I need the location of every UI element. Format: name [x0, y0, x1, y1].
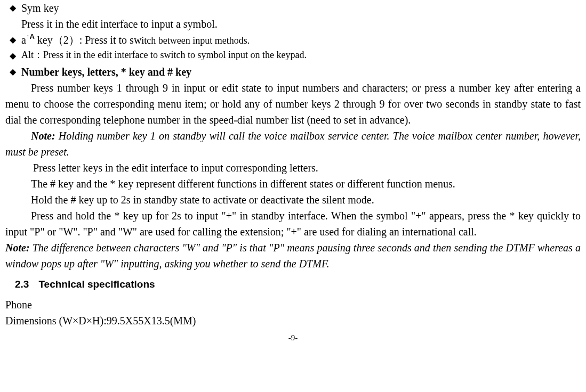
a-key-prefix: a: [21, 34, 26, 46]
bullet-sym-key: ◆ Sym key Press it in the edit interface…: [10, 0, 581, 32]
diamond-bullet-icon: ◆: [10, 0, 16, 16]
note2-label: Note:: [5, 242, 30, 254]
note-2: Note: The difference between characters …: [5, 240, 581, 272]
up-arrow-a-icon: ↑A: [26, 33, 35, 40]
section-title: Technical specifications: [38, 279, 155, 290]
spec-phone: Phone: [5, 297, 581, 313]
note1-text: Holding number key 1 on standby will cal…: [5, 130, 581, 158]
alt-desc: Press it in the edit interface to switch…: [43, 50, 307, 60]
note1-label: Note:: [31, 130, 55, 142]
paragraph-hold-star: Press and hold the * key up for 2s to in…: [5, 208, 581, 240]
number-keys-title: Number keys, letters, * key and # key: [21, 66, 191, 78]
diamond-bullet-icon: ◆: [10, 64, 16, 80]
note-1: Note: Holding number key 1 on standby wi…: [5, 128, 581, 160]
alt-label: Alt：: [21, 50, 43, 60]
paragraph-hold-hash: Hold the # key up to 2s in standby state…: [5, 192, 581, 208]
sym-key-desc: Press it in the edit interface to input …: [21, 16, 581, 32]
paragraph-letterkeys: Press letter keys in the edit interface …: [33, 160, 581, 176]
a-key-suffix: key（2）: Press it to sw: [35, 34, 142, 46]
sym-key-title: Sym key: [21, 0, 581, 16]
paragraph-hashstar: The # key and the * key represent differ…: [5, 176, 581, 192]
a-key-tail: itch between input methods.: [141, 35, 250, 46]
paragraph-numkeys: Press number keys 1 through 9 in input o…: [5, 80, 581, 128]
bullet-number-keys: ◆ Number keys, letters, * key and # key: [10, 64, 581, 80]
bullet-alt-key: ◆ Alt：Press it in the edit interface to …: [10, 48, 581, 64]
page-number: -9-: [5, 332, 581, 344]
note2-text: The difference between characters "W" an…: [5, 242, 581, 270]
diamond-bullet-icon: ◆: [10, 48, 16, 64]
bullet-a-key: ◆ a↑A key（2）: Press it to switch between…: [10, 32, 581, 48]
diamond-bullet-icon: ◆: [10, 32, 16, 48]
spec-dimensions: Dimensions (W×D×H):99.5X55X13.5(MM): [5, 313, 581, 329]
section-heading: 2.3Technical specifications: [15, 277, 581, 292]
section-number: 2.3: [15, 279, 29, 290]
